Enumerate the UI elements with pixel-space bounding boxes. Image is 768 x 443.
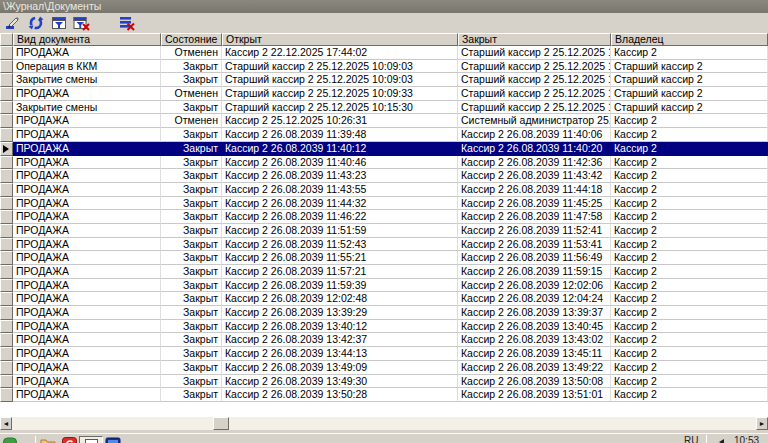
window-titlebar[interactable]: \Журнал\Документы — [0, 0, 768, 13]
row-marker[interactable] — [0, 361, 13, 375]
cell-closed: Кассир 2 26.08.2039 13:50:08 — [458, 375, 611, 389]
cell-state: Закрыт — [161, 128, 222, 142]
row-marker[interactable] — [0, 306, 13, 320]
start-button[interactable] — [3, 437, 17, 443]
table-row[interactable]: ПРОДАЖА Закрыт Кассир 2 26.08.2039 13:44… — [0, 347, 768, 361]
table-row[interactable]: Операция в ККМ Закрыт Старший кассир 2 2… — [0, 60, 768, 74]
row-marker[interactable] — [0, 101, 13, 115]
table-row[interactable]: ПРОДАЖА Закрыт Кассир 2 26.08.2039 11:43… — [0, 169, 768, 183]
cell-doc-type: ПРОДАЖА — [13, 169, 161, 183]
row-marker[interactable] — [0, 210, 13, 224]
row-marker[interactable] — [0, 169, 13, 183]
cell-owner: Кассир 2 — [611, 375, 768, 389]
table-row[interactable]: ПРОДАЖА Закрыт Кассир 2 26.08.2039 13:40… — [0, 320, 768, 334]
language-indicator[interactable]: RU — [684, 435, 698, 443]
cell-doc-type: ПРОДАЖА — [13, 265, 161, 279]
column-header-closed[interactable]: Закрыт — [458, 33, 611, 46]
row-marker[interactable] — [0, 197, 13, 211]
cell-owner: Кассир 2 — [611, 306, 768, 320]
row-marker[interactable] — [0, 183, 13, 197]
column-header-opened[interactable]: Открыт — [222, 33, 458, 46]
cell-state: Закрыт — [161, 388, 222, 402]
edit-document-button[interactable] — [3, 14, 22, 32]
cell-owner: Кассир 2 — [611, 169, 768, 183]
cell-owner: Кассир 2 — [611, 238, 768, 252]
clear-list-button[interactable] — [117, 14, 136, 32]
row-marker[interactable] — [0, 114, 13, 128]
table-row[interactable]: ПРОДАЖА Закрыт Кассир 2 26.08.2039 11:59… — [0, 279, 768, 293]
table-row[interactable]: ПРОДАЖА Закрыт Кассир 2 26.08.2039 11:39… — [0, 128, 768, 142]
row-marker[interactable] — [0, 292, 13, 306]
table-row[interactable]: ПРОДАЖА Закрыт Кассир 2 26.08.2039 13:49… — [0, 375, 768, 389]
row-marker[interactable] — [0, 347, 13, 361]
column-header-doc-type[interactable]: Вид документа — [13, 33, 161, 46]
cell-opened: Старший кассир 2 25.12.2025 10:09:03 — [222, 60, 458, 74]
cell-doc-type: ПРОДАЖА — [13, 320, 161, 334]
table-row[interactable]: ПРОДАЖА Закрыт Кассир 2 26.08.2039 12:02… — [0, 292, 768, 306]
table-row[interactable]: Закрытие смены Закрыт Старший кассир 2 2… — [0, 73, 768, 87]
row-marker[interactable] — [0, 238, 13, 252]
refresh-button[interactable] — [26, 14, 45, 32]
horizontal-scrollbar[interactable]: ◄ ► — [0, 417, 768, 430]
row-marker[interactable] — [0, 375, 13, 389]
cell-doc-type: ПРОДАЖА — [13, 347, 161, 361]
row-marker[interactable] — [0, 46, 13, 60]
table-row[interactable]: ПРОДАЖА Закрыт Кассир 2 26.08.2039 11:57… — [0, 265, 768, 279]
table-row[interactable]: ПРОДАЖА Закрыт Кассир 2 26.08.2039 13:42… — [0, 333, 768, 347]
cell-owner: Кассир 2 — [611, 156, 768, 170]
cell-closed: Кассир 2 26.08.2039 11:53:41 — [458, 238, 611, 252]
column-header-state[interactable]: Состояние — [161, 33, 222, 46]
table-row[interactable]: ПРОДАЖА Закрыт Кассир 2 26.08.2039 13:50… — [0, 388, 768, 402]
edit-document-icon — [5, 15, 21, 31]
cell-state: Закрыт — [161, 265, 222, 279]
tray-arrow-icon[interactable] — [718, 436, 726, 443]
table-row[interactable]: ПРОДАЖА Отменен Кассир 2 22.12.2025 17:4… — [0, 46, 768, 60]
quick-launch-folder-button[interactable] — [40, 437, 56, 443]
table-row[interactable]: ПРОДАЖА Закрыт Кассир 2 26.08.2039 11:51… — [0, 224, 768, 238]
column-header-owner[interactable]: Владелец — [611, 33, 768, 46]
row-marker[interactable] — [0, 60, 13, 74]
row-marker[interactable] — [0, 279, 13, 293]
cell-state: Закрыт — [161, 101, 222, 115]
table-row[interactable]: ПРОДАЖА Закрыт Кассир 2 26.08.2039 13:49… — [0, 361, 768, 375]
row-marker[interactable] — [0, 320, 13, 334]
active-task-button[interactable] — [79, 436, 103, 443]
cell-state: Закрыт — [161, 156, 222, 170]
row-marker[interactable] — [0, 333, 13, 347]
cell-state: Закрыт — [161, 60, 222, 74]
table-row[interactable]: ПРОДАЖА Закрыт Кассир 2 26.08.2039 11:44… — [0, 197, 768, 211]
scroll-thumb[interactable] — [213, 417, 229, 430]
cell-owner: Кассир 2 — [611, 388, 768, 402]
table-row[interactable]: ПРОДАЖА Отменен Старший кассир 2 25.12.2… — [0, 87, 768, 101]
row-marker[interactable] — [0, 224, 13, 238]
row-marker[interactable] — [0, 73, 13, 87]
cell-state: Закрыт — [161, 333, 222, 347]
row-marker[interactable] — [0, 87, 13, 101]
row-marker[interactable] — [0, 156, 13, 170]
filter-button[interactable] — [49, 14, 68, 32]
table-row[interactable]: ПРОДАЖА Закрыт Кассир 2 26.08.2039 13:39… — [0, 306, 768, 320]
tray-separator — [706, 435, 707, 443]
table-row[interactable]: ПРОДАЖА Закрыт Кассир 2 26.08.2039 11:46… — [0, 210, 768, 224]
table-row[interactable]: ПРОДАЖА Закрыт Кассир 2 26.08.2039 11:43… — [0, 183, 768, 197]
cell-opened: Кассир 2 26.08.2039 11:46:22 — [222, 210, 458, 224]
table-row[interactable]: ПРОДАЖА Закрыт Кассир 2 26.08.2039 11:55… — [0, 251, 768, 265]
cell-closed: Старший кассир 2 25.12.2025 10:09:03 — [458, 60, 611, 74]
row-marker[interactable] — [0, 128, 13, 142]
cell-owner: Кассир 2 — [611, 333, 768, 347]
table-row[interactable]: ПРОДАЖА Закрыт Кассир 2 26.08.2039 11:52… — [0, 238, 768, 252]
table-row[interactable]: Закрытие смены Закрыт Старший кассир 2 2… — [0, 101, 768, 115]
row-marker[interactable] — [0, 251, 13, 265]
row-marker[interactable] — [0, 265, 13, 279]
cell-owner: Кассир 2 — [611, 251, 768, 265]
row-marker[interactable] — [0, 142, 13, 156]
task-button-red-app[interactable] — [62, 437, 77, 443]
row-marker[interactable] — [0, 388, 13, 402]
table-row[interactable]: ПРОДАЖА Закрыт Кассир 2 26.08.2039 11:40… — [0, 156, 768, 170]
scroll-left-button[interactable]: ◄ — [0, 417, 12, 430]
task-button-blue-app[interactable] — [105, 437, 121, 443]
table-row[interactable]: ПРОДАЖА Закрыт Кассир 2 26.08.2039 11:40… — [0, 142, 768, 156]
scroll-right-button[interactable]: ► — [756, 417, 768, 430]
table-row[interactable]: ПРОДАЖА Отменен Кассир 2 25.12.2025 10:2… — [0, 114, 768, 128]
filter-off-button[interactable] — [72, 14, 91, 32]
